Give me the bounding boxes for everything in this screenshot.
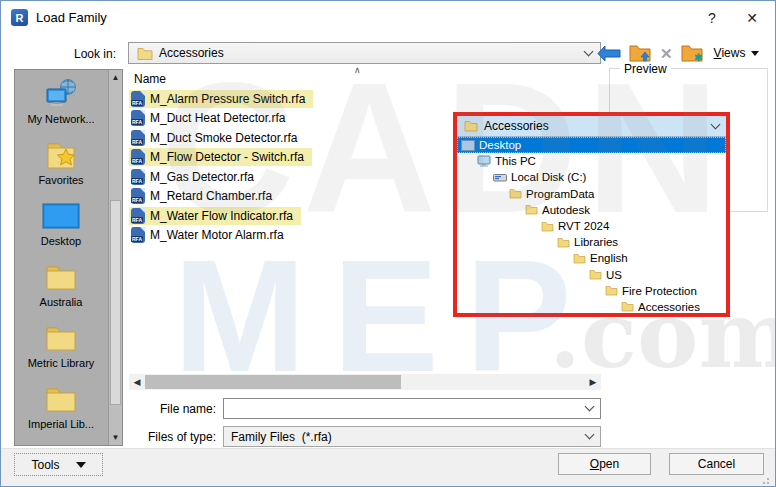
folder-tree: Desktop This PC Local Disk (C:) ProgramD…	[457, 137, 726, 315]
tools-dropdown-arrow-icon	[76, 462, 86, 468]
tree-item-local-disk-c[interactable]: Local Disk (C:)	[457, 169, 726, 185]
scroll-left-icon[interactable]: ◀	[129, 374, 145, 390]
desktop-icon	[42, 198, 80, 234]
folder-icon	[509, 188, 522, 199]
look-in-value: Accessories	[159, 46, 224, 60]
rfa-file-icon	[131, 208, 145, 224]
file-name: M_Gas Detector.rfa	[150, 170, 254, 184]
tree-item-desktop[interactable]: Desktop	[457, 137, 726, 153]
folder-icon	[557, 237, 570, 248]
tree-combo-value: Accessories	[484, 119, 549, 133]
folder-icon	[464, 120, 478, 132]
folder-icon	[589, 269, 602, 280]
folder-tree-popup: Accessories Desktop This PC Local Dis	[453, 112, 730, 317]
sidebar-item-my-network[interactable]: My Network...	[15, 72, 107, 133]
rfa-file-icon	[131, 110, 145, 126]
tree-item-autodesk[interactable]: Autodesk	[457, 202, 726, 218]
bottom-bar	[1, 448, 775, 486]
favorites-folder-icon	[44, 137, 78, 173]
svg-text:✱: ✱	[694, 52, 703, 62]
network-icon	[43, 76, 79, 112]
rfa-file-icon	[131, 149, 145, 165]
rfa-file-icon	[131, 188, 145, 204]
folder-icon	[45, 320, 77, 356]
delete-button[interactable]: ✕	[660, 46, 673, 61]
files-of-type-label: Files of type:	[1, 430, 216, 444]
file-name: M_Retard Chamber.rfa	[150, 189, 272, 203]
folder-icon	[541, 221, 554, 232]
folder-icon	[45, 259, 77, 295]
tree-item-english[interactable]: English	[457, 250, 726, 266]
back-button[interactable]	[597, 45, 621, 62]
sort-ascending-icon: ∧	[354, 65, 361, 75]
file-name: M_Alarm Pressure Switch.rfa	[150, 92, 305, 106]
dialog-title: Load Family	[36, 10, 107, 25]
disk-drive-icon	[493, 172, 507, 183]
open-button[interactable]: Open	[558, 453, 651, 475]
views-button[interactable]: Views	[712, 46, 760, 60]
chevron-down-icon	[585, 402, 595, 412]
load-family-dialog: R Load Family ? ✕ Look in: Accessories ✕…	[0, 0, 776, 487]
file-name: M_Duct Heat Detector.rfa	[150, 111, 285, 125]
sidebar-item-metric-library[interactable]: Metric Library	[15, 316, 107, 377]
tree-item-libraries[interactable]: Libraries	[457, 234, 726, 250]
file-name: M_Flow Detector - Switch.rfa	[150, 150, 304, 164]
file-name-label: File name:	[1, 402, 216, 416]
tree-item-this-pc[interactable]: This PC	[457, 153, 726, 169]
title-bar[interactable]: R Load Family ? ✕	[1, 1, 775, 34]
chevron-down-icon	[584, 46, 594, 56]
folder-icon	[621, 301, 634, 312]
tree-item-accessories[interactable]: Accessories	[457, 299, 726, 315]
file-name: M_Water Flow Indicator.rfa	[150, 209, 293, 223]
file-row[interactable]: M_Alarm Pressure Switch.rfa	[129, 89, 601, 109]
look-in-combobox[interactable]: Accessories	[128, 42, 601, 64]
file-list-horizontal-scrollbar[interactable]: ◀ ▶	[129, 374, 601, 390]
files-of-type-combobox[interactable]: Family Files (*.rfa)	[223, 426, 601, 447]
places-sidebar: My Network... Favorites Desktop	[14, 69, 123, 446]
files-of-type-value: Family Files (*.rfa)	[231, 430, 332, 444]
revit-app-icon: R	[11, 9, 28, 26]
views-dropdown-arrow-icon	[751, 51, 759, 56]
tree-item-programdata[interactable]: ProgramData	[457, 186, 726, 202]
column-header-name[interactable]: Name	[134, 72, 166, 86]
tree-item-fire-protection[interactable]: Fire Protection	[457, 283, 726, 299]
scroll-up-icon[interactable]: ▲	[109, 73, 122, 82]
preview-label: Preview	[620, 62, 671, 76]
file-name-combobox[interactable]	[223, 398, 601, 419]
up-one-level-button[interactable]	[629, 44, 652, 62]
folder-icon	[137, 47, 153, 60]
folder-icon	[525, 204, 538, 215]
new-folder-button[interactable]: ✱	[681, 44, 704, 62]
cancel-button[interactable]: Cancel	[669, 453, 764, 475]
sidebar-item-favorites[interactable]: Favorites	[15, 133, 107, 194]
chevron-down-icon	[585, 430, 595, 440]
rfa-file-icon	[131, 130, 145, 146]
rfa-file-icon	[131, 91, 145, 107]
sidebar-scrollbar[interactable]: ▲ ▼	[108, 70, 122, 445]
tree-item-rvt-2024[interactable]: RVT 2024	[457, 218, 726, 234]
chevron-down-icon	[711, 119, 721, 129]
tools-button[interactable]: Tools	[14, 453, 103, 476]
rfa-file-icon	[131, 227, 145, 243]
folder-icon	[573, 253, 586, 264]
tree-item-us[interactable]: US	[457, 267, 726, 283]
file-name: M_Duct Smoke Detector.rfa	[150, 131, 297, 145]
computer-icon	[477, 155, 491, 167]
look-in-label: Look in:	[1, 47, 116, 61]
tree-combobox[interactable]: Accessories	[457, 116, 726, 137]
help-button[interactable]: ?	[699, 7, 725, 29]
resize-grip[interactable]	[759, 478, 761, 480]
close-button[interactable]: ✕	[739, 7, 765, 29]
sidebar-item-australia[interactable]: Australia	[15, 255, 107, 316]
scrollbar-thumb[interactable]	[145, 375, 401, 389]
file-name: M_Water Motor Alarm.rfa	[150, 228, 284, 242]
desktop-icon	[461, 140, 475, 151]
sidebar-item-desktop[interactable]: Desktop	[15, 194, 107, 255]
scroll-right-icon[interactable]: ▶	[585, 374, 601, 390]
rfa-file-icon	[131, 169, 145, 185]
scrollbar-thumb[interactable]	[110, 200, 121, 405]
folder-icon	[605, 285, 618, 296]
